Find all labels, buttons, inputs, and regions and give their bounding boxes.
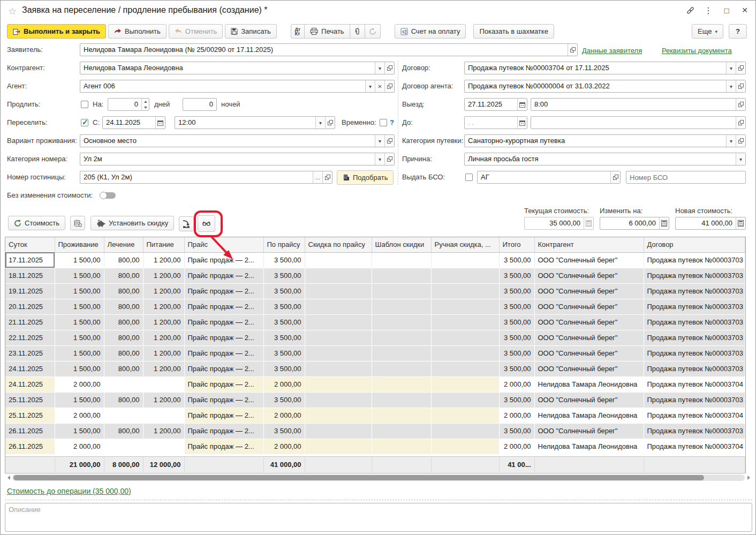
table-cell[interactable]: 1 500,00	[55, 268, 104, 283]
table-cell[interactable]	[305, 252, 372, 268]
table-cell[interactable]: 1 500,00	[55, 361, 104, 376]
table-cell[interactable]	[431, 299, 499, 314]
change-by-field[interactable]: 6 000,00	[600, 217, 669, 230]
calendar-icon[interactable]	[517, 99, 527, 110]
table-cell[interactable]: 1 500,00	[55, 392, 104, 408]
table-cell[interactable]	[143, 408, 184, 423]
prices-button[interactable]: i	[70, 216, 85, 230]
contract-field[interactable]: Продажа путевок №00003704 от 17.11.2025 …	[464, 62, 746, 74]
bso-checkbox[interactable]	[465, 174, 473, 181]
table-cell[interactable]: 3 500,00	[263, 345, 305, 361]
room-category-field[interactable]: Ул 2м ▾	[80, 153, 395, 165]
table-cell[interactable]	[431, 376, 499, 392]
table-cell[interactable]	[431, 361, 499, 376]
more-button[interactable]: Еще▾	[692, 24, 723, 39]
table-cell[interactable]: Прайс продаж — 2...	[184, 361, 263, 376]
relocate-checkbox[interactable]	[81, 119, 88, 126]
stay-variant-field[interactable]: Основное место ▾	[80, 134, 395, 147]
open-icon[interactable]	[610, 171, 620, 183]
table-cell[interactable]: ООО "Солнечный берег"	[534, 252, 644, 268]
table-cell[interactable]	[372, 423, 431, 439]
table-cell[interactable]: 3 500,00	[499, 392, 534, 408]
table-cell[interactable]: 1 200,00	[143, 361, 184, 376]
table-cell[interactable]: ООО "Солнечный берег"	[534, 283, 644, 299]
table-cell[interactable]: 1 500,00	[55, 252, 104, 268]
table-cell[interactable]: Продажа путевок №00003703	[644, 345, 745, 361]
table-cell[interactable]	[143, 439, 184, 454]
table-cell[interactable]	[372, 314, 431, 330]
table-cell[interactable]	[431, 392, 499, 408]
table-cell[interactable]: 1 500,00	[55, 330, 104, 345]
table-cell[interactable]	[431, 408, 499, 423]
table-cell[interactable]: Прайс продаж — 2...	[184, 423, 263, 439]
table-cell[interactable]	[431, 330, 499, 345]
table-cell[interactable]: 2 000,00	[499, 376, 534, 392]
counterparty-field[interactable]: Нелидова Тамара Леонидовна ▾	[80, 62, 395, 74]
table-cell[interactable]: 1 200,00	[143, 299, 184, 314]
table-cell[interactable]: 2 000,00	[263, 408, 305, 423]
cancel-button[interactable]: Отменить	[169, 24, 223, 39]
table-cell[interactable]: Продажа путевок №00003703	[644, 392, 745, 408]
table-cell[interactable]	[305, 283, 372, 299]
table-cell[interactable]: 800,00	[104, 268, 143, 283]
table-cell[interactable]: Продажа путевок №00003703	[644, 252, 745, 268]
dropdown-icon[interactable]: ▾	[726, 80, 736, 92]
calculator-icon[interactable]	[736, 217, 745, 229]
horizontal-scrollbar[interactable]	[5, 474, 752, 481]
table-cell[interactable]: 800,00	[104, 423, 143, 439]
table-cell[interactable]: 800,00	[104, 361, 143, 376]
departure-time-field[interactable]: 8:00	[531, 98, 746, 111]
table-cell[interactable]: 3 500,00	[263, 299, 305, 314]
table-cell[interactable]: Продажа путевок №00003704	[644, 439, 745, 454]
table-cell[interactable]: 3 500,00	[499, 283, 534, 299]
scrollbar-thumb[interactable]	[13, 475, 704, 480]
relocate-date-field[interactable]: 24.11.2025	[102, 116, 165, 129]
table-cell[interactable]: 23.11.2025	[5, 345, 55, 361]
table-cell[interactable]: Нелидова Тамара Леонидовна	[534, 439, 644, 454]
table-cell[interactable]	[431, 345, 499, 361]
table-cell[interactable]: 3 500,00	[499, 345, 534, 361]
open-icon[interactable]	[736, 135, 745, 147]
bso-number-field[interactable]	[626, 171, 746, 184]
table-cell[interactable]: Продажа путевок №00003703	[644, 330, 745, 345]
calendar-icon[interactable]	[517, 117, 527, 129]
table-cell[interactable]: ООО "Солнечный берег"	[534, 423, 644, 439]
table-cell[interactable]	[372, 439, 431, 454]
view-price-button[interactable]	[198, 215, 215, 232]
table-cell[interactable]	[372, 345, 431, 361]
table-cell[interactable]	[305, 330, 372, 345]
table-cell[interactable]: Нелидова Тамара Леонидовна	[534, 376, 644, 392]
table-cell[interactable]: Продажа путевок №00003703	[644, 268, 745, 283]
table-cell[interactable]: 1 200,00	[143, 252, 184, 268]
prolong-checkbox[interactable]	[81, 101, 88, 108]
dropdown-icon[interactable]: ▾	[375, 135, 384, 147]
pick-room-button[interactable]: Подобрать	[337, 170, 394, 185]
table-cell[interactable]: Прайс продаж — 2...	[184, 376, 263, 392]
table-cell[interactable]	[305, 299, 372, 314]
table-cell[interactable]	[372, 376, 431, 392]
table-cell[interactable]: Прайс продаж — 2...	[184, 283, 263, 299]
table-cell[interactable]: 3 500,00	[499, 423, 534, 439]
table-cell[interactable]: ООО "Солнечный берег"	[534, 299, 644, 314]
kebab-menu-icon[interactable]: ⋮	[703, 5, 714, 16]
dropdown-icon[interactable]: ▾	[736, 153, 745, 165]
get-link-icon[interactable]	[685, 5, 695, 16]
table-cell[interactable]	[305, 408, 372, 423]
table-cell[interactable]: Продажа путевок №00003703	[644, 299, 745, 314]
table-cell[interactable]: 24.11.2025	[5, 376, 55, 392]
bso-series-field[interactable]: АГ	[477, 171, 621, 184]
table-cell[interactable]: 22.11.2025	[5, 330, 55, 345]
table-cell[interactable]: 3 500,00	[499, 252, 534, 268]
table-cell[interactable]: 1 200,00	[143, 392, 184, 408]
favorite-star-icon[interactable]: ☆	[8, 5, 17, 17]
table-cell[interactable]	[431, 439, 499, 454]
table-cell[interactable]: 800,00	[104, 345, 143, 361]
table-cell[interactable]	[372, 252, 431, 268]
table-cell[interactable]: 20.11.2025	[5, 299, 55, 314]
table-cell[interactable]	[104, 376, 143, 392]
departure-date-field[interactable]: 27.11.2025	[464, 98, 527, 111]
table-cell[interactable]	[305, 423, 372, 439]
table-cell[interactable]: 800,00	[104, 392, 143, 408]
clear-icon[interactable]: ✕	[375, 80, 384, 92]
dropdown-icon[interactable]: ▾	[365, 80, 375, 92]
